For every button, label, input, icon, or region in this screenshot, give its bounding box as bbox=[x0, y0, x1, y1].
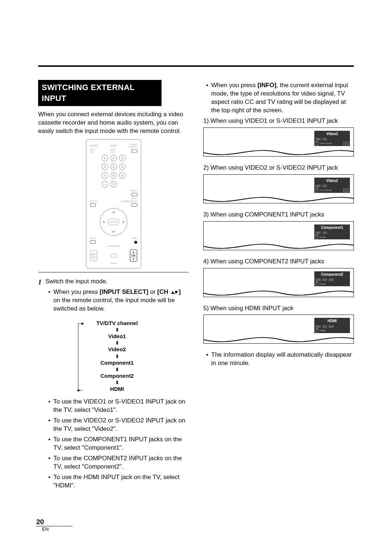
remote-label-select: SELECT bbox=[128, 146, 137, 148]
section-title: SWITCHING EXTERNAL INPUT bbox=[38, 80, 162, 106]
num-dash: – bbox=[102, 181, 108, 187]
cycle-loop-arrow-icon bbox=[78, 323, 82, 391]
osd-resolution-row: 480i4:3 bbox=[314, 137, 350, 141]
up-down-arrow-icon: ⬍ bbox=[81, 354, 154, 359]
tv-screen-illustration: Component1480i4:3NONE bbox=[203, 221, 354, 250]
screen-button-icon bbox=[131, 203, 137, 207]
tv-screen-illustration: HDMI480i4:316:9NONE bbox=[203, 315, 354, 344]
use-bullet: To use the HDMI INPUT jack on the TV, se… bbox=[45, 473, 189, 490]
osd-input-label: Video2 bbox=[314, 178, 350, 184]
num-2: 2 bbox=[110, 155, 117, 161]
ch-rocker-icon: ▲ CH ▼ bbox=[130, 250, 137, 262]
use-bullet: To use the VIDEO1 or S-VIDEO1 INPUT jack… bbox=[45, 398, 189, 414]
remote-label-mute: MUTE bbox=[110, 262, 117, 264]
step-1-title: Switch the input mode. bbox=[45, 278, 189, 286]
num-8: 8 bbox=[110, 172, 117, 179]
osd-overlay: Video1480i4:3TV-PG DLSVCC bbox=[314, 131, 350, 146]
cycle-item: Video2 bbox=[81, 346, 154, 353]
up-down-triangle-icon: / bbox=[170, 290, 179, 295]
osd-input-label: Component2 bbox=[314, 271, 350, 278]
tv-screen-illustration: Component2480i4:316:9NONE bbox=[203, 268, 354, 297]
up-down-arrow-icon: ⬍ bbox=[81, 327, 154, 332]
remote-body: POWER SLEEP INPUT SELECT 1 bbox=[86, 139, 141, 268]
case-heading: 2) When using VIDEO2 or S-VIDEO2 INPUT j… bbox=[203, 164, 354, 172]
num-4: 4 bbox=[102, 163, 108, 170]
cycle-item: TV/DTV channel bbox=[81, 320, 154, 327]
top-rule bbox=[38, 65, 354, 67]
osd-resolution-row: 480i4:3 bbox=[314, 231, 350, 235]
case-heading: 4) When using COMPONENT2 INPUT jacks bbox=[203, 258, 354, 266]
enter-button-label: ENTER bbox=[108, 219, 119, 225]
audio-button-icon bbox=[131, 193, 137, 196]
osd-overlay: Component1480i4:3NONE bbox=[314, 224, 350, 240]
up-down-arrow-icon: ⬍ bbox=[81, 367, 154, 372]
remote-label-setup: SETUP bbox=[90, 200, 97, 202]
osd-input-label: Video1 bbox=[314, 131, 350, 137]
number-pad: 1 2 3 4 5 6 7 8 9 – 0 bbox=[90, 155, 137, 187]
torn-edge-icon bbox=[203, 287, 354, 297]
mute-button-icon bbox=[110, 254, 117, 258]
cycle-item: Component1 bbox=[81, 359, 154, 366]
remote-label-screen: SCREEN MODE bbox=[121, 200, 137, 202]
num-3: 3 bbox=[119, 155, 126, 161]
intro-paragraph: When you connect external devices includ… bbox=[38, 110, 189, 135]
remote-label-audio: AUDIO bbox=[130, 190, 137, 192]
osd-overlay: Component2480i4:316:9NONE bbox=[314, 271, 350, 287]
up-down-arrow-icon: ⬍ bbox=[81, 380, 154, 385]
remote-illustration: POWER SLEEP INPUT SELECT 1 bbox=[38, 139, 189, 268]
torn-edge-icon bbox=[203, 194, 354, 203]
dpad-up-icon bbox=[112, 211, 115, 213]
num-6: 6 bbox=[119, 163, 126, 170]
tv-screen-illustration: Video1480i4:3TV-PG DLSVCC bbox=[203, 127, 354, 157]
auto-hide-note: The information display will automatical… bbox=[203, 351, 354, 368]
cycle-item: HDMI bbox=[81, 385, 154, 393]
case-heading: 1) When using VIDEO1 or S-VIDEO1 INPUT j… bbox=[203, 117, 354, 125]
num-0: 0 bbox=[110, 181, 117, 187]
cycle-item: Video1 bbox=[81, 333, 154, 340]
vol-rocker-icon: △ VOL. ▽ bbox=[90, 250, 97, 261]
info-button-icon bbox=[134, 241, 137, 244]
osd-resolution-row: 480i4:316:9 bbox=[314, 278, 350, 282]
num-9: 9 bbox=[119, 172, 126, 179]
num-5: 5 bbox=[110, 163, 117, 170]
cycle-item: Component2 bbox=[81, 372, 154, 380]
left-column: SWITCHING EXTERNAL INPUT When you connec… bbox=[38, 80, 189, 494]
num-7: 7 bbox=[102, 172, 108, 179]
remote-label-back: BACK bbox=[90, 237, 96, 239]
sleep-button-icon bbox=[111, 149, 114, 153]
osd-rating-row: NONE bbox=[314, 329, 350, 333]
page-lang: EN bbox=[42, 526, 73, 532]
use-bullet: To use the COMPONENT2 INPUT jacks on the… bbox=[45, 454, 189, 471]
case-heading: 5) When using HDMI INPUT jack bbox=[203, 304, 354, 313]
case-heading: 3) When using COMPONENT1 INPUT jacks bbox=[203, 211, 354, 219]
osd-resolution-row: 480i4:316:9 bbox=[314, 324, 350, 329]
osd-rating-row: TV-PG DLSVCC bbox=[314, 141, 350, 146]
remote-label-info: INFO bbox=[132, 237, 137, 239]
svg-marker-0 bbox=[171, 291, 174, 294]
osd-resolution-row: 480i4:3 bbox=[314, 184, 350, 188]
osd-rating-row: TV-PG DLSVCC bbox=[314, 188, 350, 193]
lock-icon bbox=[315, 235, 318, 239]
osd-rating-row: NONE bbox=[314, 235, 350, 239]
lock-icon bbox=[315, 142, 318, 145]
osd-overlay: HDMI480i4:316:9NONE bbox=[314, 318, 350, 333]
input-select-button-icon bbox=[131, 149, 137, 153]
info-bullet: When you press [INFO], the current exter… bbox=[203, 81, 354, 115]
two-column-layout: SWITCHING EXTERNAL INPUT When you connec… bbox=[38, 80, 354, 494]
lock-icon bbox=[315, 329, 318, 332]
use-bullet: To use the COMPONENT1 INPUT jacks on the… bbox=[45, 436, 189, 452]
input-cycle-diagram: TV/DTV channel ⬍ Video1 ⬍ Video2 ⬍ Compo… bbox=[81, 320, 154, 393]
cases-container: 1) When using VIDEO1 or S-VIDEO1 INPUT j… bbox=[203, 117, 354, 344]
lock-icon bbox=[315, 189, 318, 192]
right-column: When you press [INFO], the current exter… bbox=[203, 80, 354, 494]
manual-page: SWITCHING EXTERNAL INPUT When you connec… bbox=[0, 0, 392, 555]
dpad-right-icon bbox=[123, 220, 125, 223]
remote-label-chreturn: CH RETURN bbox=[90, 245, 137, 247]
step-number: 1 bbox=[38, 278, 45, 287]
remote-label-sleep: SLEEP bbox=[110, 145, 117, 147]
dpad-left-icon bbox=[102, 220, 105, 223]
tv-screen-illustration: Video2480i4:3TV-PG DLSVCC bbox=[203, 174, 354, 203]
step-1-detail: When you press [INPUT SELECT] or [CH /] … bbox=[45, 288, 189, 313]
torn-edge-icon bbox=[203, 240, 354, 250]
osd-rating-row: NONE bbox=[314, 282, 350, 286]
